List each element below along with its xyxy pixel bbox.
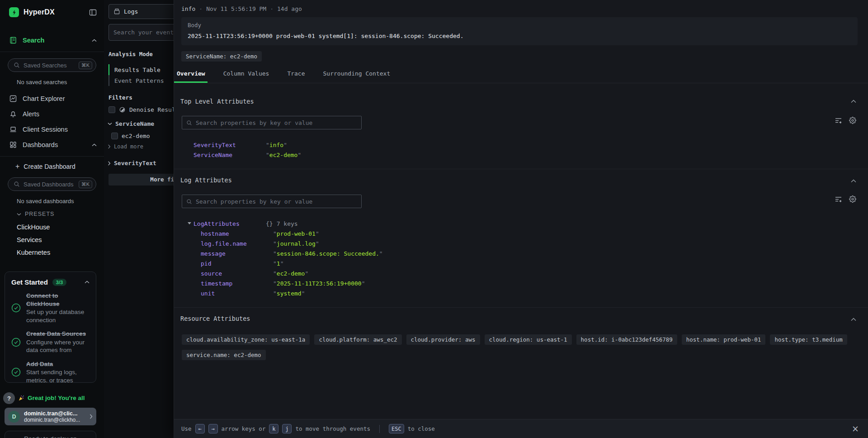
checkbox[interactable] <box>111 133 118 139</box>
close-drawer-icon[interactable]: × <box>852 424 859 433</box>
attribute-row[interactable]: message session-846.scope: Succeeded. <box>193 248 857 258</box>
filter-group-severitytext[interactable]: SeverityText <box>108 160 174 167</box>
load-more-button[interactable]: Load more <box>108 143 174 150</box>
sidebar-item-chart-explorer[interactable]: Chart Explorer <box>0 91 104 106</box>
collapse-section-icon[interactable] <box>851 179 856 183</box>
attribute-value: ec2-demo <box>266 152 301 158</box>
laptop-icon <box>9 126 17 133</box>
caret-down-icon[interactable] <box>188 222 191 224</box>
property-search-input[interactable]: Search properties by key or value <box>182 116 362 129</box>
tab-overview[interactable]: Overview <box>174 70 208 83</box>
attribute-row[interactable]: unit systemd <box>193 288 857 298</box>
saved-searches-input[interactable]: Saved Searches ⌘K <box>8 58 96 72</box>
check-circle-icon <box>11 367 21 377</box>
denoise-icon <box>119 106 126 113</box>
chevron-up-icon[interactable] <box>92 39 97 42</box>
attribute-row[interactable]: hostname prod-web-01 <box>193 229 857 238</box>
preset-clickhouse[interactable]: ClickHouse <box>0 221 104 233</box>
checkbox[interactable] <box>108 106 115 113</box>
service-name-tag[interactable]: ServiceName: ec2-demo <box>181 51 262 62</box>
severity-text: info <box>181 5 195 12</box>
sidebar-item-client-sessions[interactable]: Client Sessions <box>0 122 104 137</box>
attribute-key: timestamp <box>201 280 273 287</box>
attribute-row[interactable]: timestamp 2025-11-11T23:56:19+0000 <box>193 278 857 288</box>
attribute-value: systemd <box>273 290 305 297</box>
search-icon <box>14 62 20 68</box>
more-filters-button[interactable]: More filte <box>108 174 174 186</box>
attribute-row[interactable]: log.file.name journal.log <box>193 238 857 248</box>
body-label: Body <box>188 22 851 29</box>
resource-tag[interactable]: cloud.availability_zone: us-east-1a <box>182 334 310 345</box>
denoise-label: Denoise Resul <box>129 106 174 113</box>
denoise-filter-row[interactable]: Denoise Resul <box>108 106 174 113</box>
grid-icon <box>9 141 17 148</box>
relative-time: 14d ago <box>277 5 302 12</box>
preset-kubernetes[interactable]: Kubernetes <box>0 246 104 259</box>
presets-toggle[interactable]: PRESETS <box>17 211 104 217</box>
resource-tag-list: cloud.availability_zone: us-east-1a clou… <box>182 334 855 360</box>
resource-tag[interactable]: cloud.region: us-east-1 <box>485 334 572 345</box>
attribute-row[interactable]: ServiceName ec2-demo <box>193 150 857 160</box>
resource-tag[interactable]: host.name: prod-web-01 <box>682 334 766 345</box>
chevron-up-icon[interactable] <box>92 143 97 147</box>
event-search-input[interactable]: Search your event <box>108 24 174 41</box>
sidebar-item-alerts[interactable]: Alerts <box>0 106 104 122</box>
attribute-row[interactable]: SeverityText info <box>193 140 857 150</box>
resource-tag[interactable]: cloud.platform: aws_ec2 <box>314 334 401 345</box>
source-selector-button[interactable]: Logs <box>108 4 174 19</box>
arrow-left-key: ← <box>195 424 205 433</box>
chevron-right-icon <box>108 144 111 149</box>
chevron-down-icon <box>17 213 21 216</box>
attribute-row[interactable]: source ec2-demo <box>193 268 857 278</box>
get-started-card: Get Started 3/3 Connect to ClickHouse Se… <box>5 271 96 383</box>
collapse-section-icon[interactable] <box>851 100 856 103</box>
attribute-row[interactable]: pid 1 <box>193 258 857 268</box>
wrap-lines-icon[interactable] <box>835 195 842 203</box>
tab-surrounding-context[interactable]: Surrounding Context <box>321 70 393 83</box>
sidebar-item-search[interactable]: Search <box>0 33 104 48</box>
hyperdx-app: HyperDX Search Saved Searches ⌘K No save… <box>0 0 868 438</box>
get-started-item[interactable]: Connect to ClickHouse Set up your databa… <box>11 292 90 324</box>
check-circle-icon <box>11 338 21 347</box>
get-started-item[interactable]: Create Data Sources Configure where your… <box>11 330 90 354</box>
mode-results-table[interactable]: Results Table <box>108 64 174 75</box>
sidebar: HyperDX Search Saved Searches ⌘K No save… <box>0 0 104 438</box>
tab-trace[interactable]: Trace <box>284 70 307 83</box>
wrap-lines-icon[interactable] <box>835 117 842 124</box>
collapse-sidebar-icon[interactable] <box>89 9 97 16</box>
hyperdx-logo-icon <box>9 7 19 17</box>
attribute-key: message <box>201 250 273 257</box>
create-dashboard-button[interactable]: + Create Dashboard <box>0 159 104 174</box>
user-menu[interactable]: D dominic.tran@clic... dominic.tran@clic… <box>5 408 96 425</box>
property-search-input[interactable]: Search properties by key or value <box>182 195 362 208</box>
resource-tag[interactable]: service.name: ec2-demo <box>182 350 266 360</box>
task-desc: Set up your database connection <box>26 308 90 324</box>
get-started-item[interactable]: Add Data Start sending logs, metrics, or… <box>11 360 90 383</box>
chevron-up-icon[interactable] <box>85 281 90 284</box>
deploy-teaser-card[interactable]: Ready to deploy on <box>5 431 96 438</box>
resource-tag[interactable]: host.id: i-0abc123def456789 <box>576 334 677 345</box>
filter-value-ec2-demo[interactable]: ec2-demo <box>111 133 174 139</box>
progress-badge: 3/3 <box>52 279 66 286</box>
attribute-value: prod-web-01 <box>273 230 319 237</box>
key-count: 7 keys <box>277 220 298 227</box>
mode-event-patterns[interactable]: Event Patterns <box>108 75 174 86</box>
sidebar-item-dashboards[interactable]: Dashboards <box>0 137 104 152</box>
resource-tag[interactable]: cloud.provider: aws <box>406 334 480 345</box>
saved-searches-placeholder: Saved Searches <box>24 62 75 69</box>
filter-group-servicename[interactable]: ServiceName <box>108 120 174 127</box>
preset-services[interactable]: Services <box>0 233 104 246</box>
section-toolbar <box>835 195 856 203</box>
user-email: dominic.tran@clickho... <box>24 417 85 423</box>
tab-column-values[interactable]: Column Values <box>221 70 272 83</box>
attribute-tree-root[interactable]: LogAttributes {} 7 keys <box>193 219 857 229</box>
gear-icon[interactable] <box>849 117 856 124</box>
k-key: k <box>269 424 278 433</box>
help-button[interactable]: ? <box>3 392 15 404</box>
resource-tag[interactable]: host.type: t3.medium <box>770 334 847 345</box>
collapse-section-icon[interactable] <box>851 318 856 321</box>
esc-key: ESC <box>389 424 404 433</box>
gear-icon[interactable] <box>849 195 856 203</box>
no-saved-searches-text: No saved searches <box>17 79 104 86</box>
saved-dashboards-input[interactable]: Saved Dashboards ⌘K <box>8 177 96 191</box>
